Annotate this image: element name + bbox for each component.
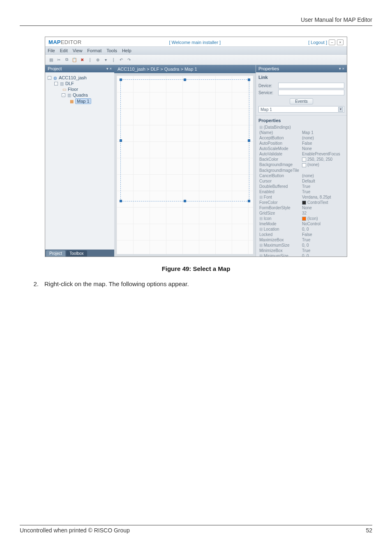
dropdown-icon[interactable]: ▾ — [102, 56, 109, 63]
expander-icon[interactable]: - — [48, 76, 51, 80]
property-row[interactable]: CursorDefault — [256, 178, 347, 184]
tree-building[interactable]: - DLF — [47, 81, 113, 86]
property-row[interactable]: ImeModeNoControl — [256, 221, 347, 227]
editor-area: ACC110_jash > DLF > Quadra > Map 1 — [114, 65, 256, 257]
property-row[interactable]: AutoPositionFalse — [256, 141, 347, 146]
step-number: 2. — [31, 280, 39, 287]
tree-label: Quadra — [73, 92, 88, 97]
canvas-wrap — [114, 73, 256, 257]
property-row[interactable]: LockedFalse — [256, 232, 347, 237]
events-button[interactable]: Events — [290, 98, 313, 104]
tree-map-selected[interactable]: Map 1 — [47, 98, 113, 104]
resize-handle[interactable] — [184, 79, 186, 81]
color-swatch-icon — [302, 157, 306, 162]
globe-icon — [53, 75, 58, 80]
property-row[interactable]: AutoValidateEnablePreventFocus — [256, 151, 347, 157]
panel-pin-close[interactable]: ▾ × — [106, 67, 112, 71]
property-value: None — [302, 146, 345, 151]
property-row[interactable]: BackgroundImage(none) — [256, 162, 347, 167]
resize-handle[interactable] — [248, 79, 250, 81]
color-swatch-icon — [302, 201, 306, 205]
tree-root[interactable]: - ACC110_jash — [47, 75, 113, 81]
zoom-icon[interactable]: ⊕ — [95, 56, 101, 63]
property-name: ForeColor — [259, 200, 302, 205]
property-row[interactable]: BackgroundImageTile — [256, 168, 347, 173]
project-tree[interactable]: - ACC110_jash - DLF Floor - — [45, 72, 114, 250]
map-icon — [69, 99, 74, 104]
property-name: AcceptButton — [259, 136, 302, 140]
property-row[interactable]: MaximumSize0, 0 — [256, 243, 347, 248]
property-row[interactable]: Icon(Icon) — [256, 216, 347, 221]
tree-label: Map 1 — [75, 98, 91, 104]
property-row[interactable]: (DataBindings) — [256, 125, 347, 130]
property-row[interactable]: DoubleBufferedTrue — [256, 184, 347, 189]
property-row[interactable]: MinimumSize0, 0 — [256, 253, 347, 257]
toolbar-icon[interactable]: ▤ — [48, 56, 54, 63]
delete-icon[interactable]: ✖ — [79, 56, 85, 63]
property-row[interactable]: MinimizeBoxTrue — [256, 248, 347, 253]
property-row[interactable]: FontVerdana, 8.25pt — [256, 194, 347, 200]
property-name: DoubleBuffered — [259, 184, 302, 189]
property-row[interactable]: GridSize32 — [256, 210, 347, 216]
chevron-down-icon[interactable]: ▾ — [338, 107, 343, 112]
project-panel-title: Project — [48, 66, 62, 71]
service-input[interactable] — [278, 90, 344, 95]
property-name: MinimumSize — [259, 254, 302, 257]
paste-icon[interactable]: 📋 — [71, 56, 78, 63]
copy-icon[interactable]: ⧉ — [63, 56, 70, 63]
property-name: MaximumSize — [259, 243, 302, 247]
menu-view[interactable]: View — [73, 48, 83, 53]
tree-label: ACC110_jash — [59, 75, 87, 80]
menu-tools[interactable]: Tools — [106, 48, 117, 53]
menu-edit[interactable]: Edit — [60, 48, 68, 53]
property-name: CancelButton — [259, 173, 302, 178]
tab-project[interactable]: Project — [46, 250, 65, 257]
logout-link[interactable]: [ Logout ] — [308, 40, 327, 45]
property-value: Verdana, 8.25pt — [302, 195, 345, 199]
map-canvas[interactable] — [117, 76, 253, 254]
property-value: (none) — [302, 162, 345, 167]
titlebar: MAPEDITOR [ Welcome main installer ] [ L… — [45, 37, 347, 46]
cut-icon[interactable]: ✂ — [55, 56, 62, 63]
menu-format[interactable]: Format — [87, 48, 101, 53]
resize-handle[interactable] — [120, 200, 122, 202]
property-row[interactable]: CancelButton(none) — [256, 173, 347, 178]
property-row[interactable]: Location0, 0 — [256, 227, 347, 232]
expander-icon[interactable]: - — [54, 82, 58, 86]
property-row[interactable]: ForeColorControlText — [256, 200, 347, 205]
app-logo: MAPEDITOR — [48, 39, 81, 45]
property-name: AutoPosition — [259, 141, 302, 146]
screenshot: MAPEDITOR [ Welcome main installer ] [ L… — [45, 37, 347, 257]
undo-icon[interactable]: ↶ — [118, 56, 125, 63]
property-row[interactable]: EnabledTrue — [256, 189, 347, 194]
resize-handle[interactable] — [248, 139, 250, 142]
resize-handle[interactable] — [120, 79, 122, 81]
device-input[interactable] — [278, 83, 344, 88]
resize-handle[interactable] — [248, 200, 250, 202]
breadcrumb: ACC110_jash > DLF > Quadra > Map 1 — [114, 65, 256, 73]
resize-handle[interactable] — [184, 200, 186, 202]
property-row[interactable]: AcceptButton(none) — [256, 135, 347, 141]
property-name: Locked — [259, 232, 302, 237]
panel-pin-close[interactable]: ▾ × — [339, 67, 344, 71]
window-close-button[interactable]: × — [337, 39, 344, 45]
toolbar: ▤ ✂ ⧉ 📋 ✖ | ⊕ ▾ | ↶ ↷ — [45, 55, 347, 65]
window-minimize-button[interactable]: – — [329, 39, 335, 45]
tree-subbuilding[interactable]: - Quadra — [47, 92, 113, 98]
menu-file[interactable]: File — [48, 48, 55, 53]
properties-grid[interactable]: (DataBindings)(Name)Map 1AcceptButton(no… — [256, 125, 347, 257]
property-row[interactable]: (Name)Map 1 — [256, 130, 347, 135]
tab-toolbox[interactable]: Toolbox — [66, 250, 87, 257]
property-row[interactable]: FormBorderStyleNone — [256, 205, 347, 210]
floor-icon — [62, 87, 67, 92]
menu-help[interactable]: Help — [122, 48, 131, 53]
tree-label: Floor — [68, 87, 78, 92]
property-row[interactable]: BackColor250, 250, 250 — [256, 157, 347, 162]
property-row[interactable]: AutoScaleModeNone — [256, 146, 347, 151]
tree-floor[interactable]: Floor — [47, 86, 113, 92]
expander-icon[interactable]: - — [62, 93, 65, 97]
property-row[interactable]: MaximizeBoxTrue — [256, 237, 347, 243]
object-selector[interactable]: Map 1 ▾ — [258, 106, 344, 113]
resize-handle[interactable] — [120, 139, 122, 142]
redo-icon[interactable]: ↷ — [126, 56, 132, 63]
